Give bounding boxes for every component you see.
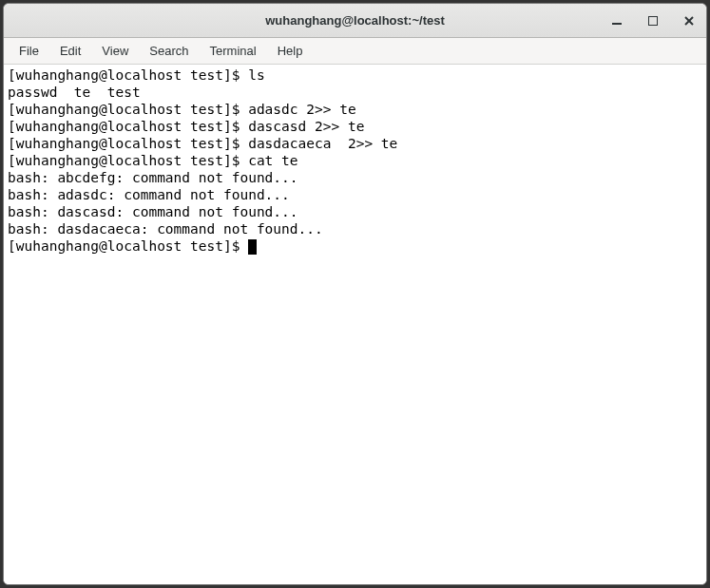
svg-rect-1 (648, 16, 658, 26)
titlebar: wuhanghang@localhost:~/test (4, 4, 706, 38)
term-line: [wuhanghang@localhost test]$ cat te (8, 152, 702, 169)
window-controls (605, 9, 700, 32)
menu-terminal[interactable]: Terminal (201, 40, 266, 62)
minimize-icon (612, 16, 622, 26)
terminal-output[interactable]: [wuhanghang@localhost test]$ lspasswd te… (4, 65, 706, 584)
term-line: bash: dasdacaeca: command not found... (8, 220, 702, 237)
term-line: bash: abcdefg: command not found... (8, 169, 702, 186)
cursor-icon (248, 239, 257, 255)
term-prompt: [wuhanghang@localhost test]$ (8, 238, 248, 254)
menu-search[interactable]: Search (140, 40, 198, 62)
menu-file[interactable]: File (10, 40, 48, 62)
menubar: File Edit View Search Terminal Help (4, 38, 706, 65)
menu-help[interactable]: Help (268, 40, 313, 62)
svg-rect-0 (612, 23, 622, 25)
term-line: bash: adasdc: command not found... (8, 186, 702, 203)
maximize-button[interactable] (642, 9, 664, 32)
term-line: [wuhanghang@localhost test]$ dascasd 2>>… (8, 118, 702, 135)
term-line: bash: dascasd: command not found... (8, 203, 702, 220)
term-line: [wuhanghang@localhost test]$ ls (8, 66, 702, 84)
close-icon (684, 16, 694, 26)
term-prompt-line: [wuhanghang@localhost test]$ (8, 237, 702, 255)
menu-edit[interactable]: Edit (50, 40, 90, 62)
term-line: [wuhanghang@localhost test]$ adasdc 2>> … (8, 101, 702, 118)
window-title: wuhanghang@localhost:~/test (4, 13, 706, 28)
terminal-window: wuhanghang@localhost:~/test File Edit Vi… (3, 3, 707, 585)
term-line: passwd te test (8, 84, 702, 101)
close-button[interactable] (678, 9, 700, 32)
menu-view[interactable]: View (92, 40, 138, 62)
maximize-icon (648, 16, 658, 26)
term-line: [wuhanghang@localhost test]$ dasdacaeca … (8, 135, 702, 152)
minimize-button[interactable] (605, 9, 628, 32)
